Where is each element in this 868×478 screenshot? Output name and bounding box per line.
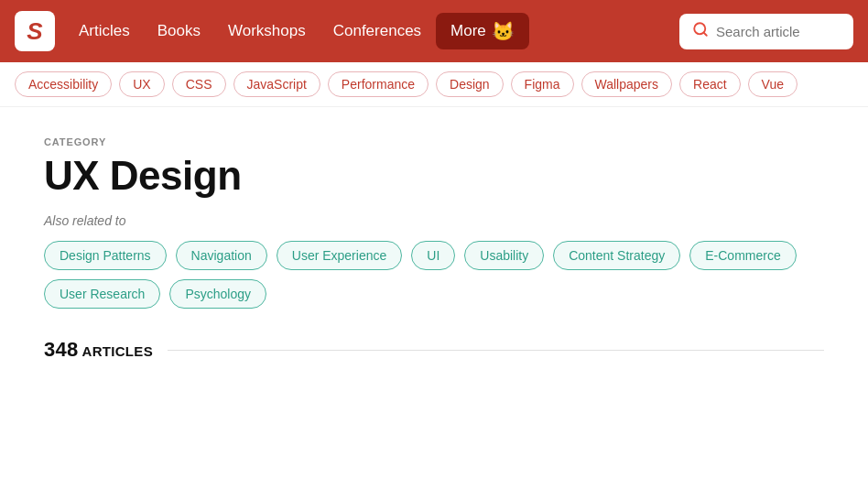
related-tag-user-research[interactable]: User Research xyxy=(44,279,160,309)
logo-letter: S xyxy=(27,19,42,43)
nav-articles[interactable]: Articles xyxy=(66,15,143,48)
site-logo[interactable]: S xyxy=(15,11,55,51)
also-related-label: Also related to xyxy=(44,213,824,228)
tag-performance[interactable]: Performance xyxy=(328,71,429,97)
tag-wallpapers[interactable]: Wallpapers xyxy=(581,71,673,97)
tag-css[interactable]: CSS xyxy=(172,71,226,97)
articles-count: 348 ARTICLES xyxy=(44,338,153,362)
related-tag-user-experience[interactable]: User Experience xyxy=(277,241,403,270)
articles-count-row: 348 ARTICLES xyxy=(44,338,824,362)
related-tag-content-strategy[interactable]: Content Strategy xyxy=(553,241,680,270)
nav-more-button[interactable]: More 🐱 xyxy=(436,13,529,49)
cat-icon: 🐱 xyxy=(492,20,515,42)
more-label: More xyxy=(450,22,486,40)
svg-line-1 xyxy=(703,32,706,35)
nav-conferences[interactable]: Conferences xyxy=(320,15,434,48)
related-tag-design-patterns[interactable]: Design Patterns xyxy=(44,241,167,270)
search-icon xyxy=(692,21,709,42)
tag-javascript[interactable]: JavaScript xyxy=(233,71,320,97)
header: S Articles Books Workshops Conferences M… xyxy=(0,0,868,62)
articles-word: ARTICLES xyxy=(82,343,153,359)
divider-line xyxy=(168,350,824,351)
main-nav: Articles Books Workshops Conferences Mor… xyxy=(66,13,529,49)
nav-workshops[interactable]: Workshops xyxy=(215,15,319,48)
search-box[interactable] xyxy=(679,14,853,49)
related-tag-usability[interactable]: Usability xyxy=(464,241,544,270)
page-title: UX Design xyxy=(44,153,824,199)
search-input[interactable] xyxy=(716,24,826,39)
related-tag-ecommerce[interactable]: E-Commerce xyxy=(689,241,796,270)
tag-accessibility[interactable]: Accessibility xyxy=(15,71,112,97)
tag-ux[interactable]: UX xyxy=(119,71,164,97)
related-tags-container: Design Patterns Navigation User Experien… xyxy=(44,241,824,309)
tag-react[interactable]: React xyxy=(679,71,741,97)
nav-books[interactable]: Books xyxy=(145,15,213,48)
category-label: CATEGORY xyxy=(44,136,824,147)
tag-figma[interactable]: Figma xyxy=(511,71,574,97)
tag-filter-bar: Accessibility UX CSS JavaScript Performa… xyxy=(0,62,868,107)
tag-vue[interactable]: Vue xyxy=(748,71,797,97)
tag-design[interactable]: Design xyxy=(436,71,504,97)
articles-number: 348 xyxy=(44,338,79,361)
related-tag-navigation[interactable]: Navigation xyxy=(176,241,267,270)
main-content: CATEGORY UX Design Also related to Desig… xyxy=(0,107,868,384)
related-tag-psychology[interactable]: Psychology xyxy=(169,279,266,309)
related-tag-ui[interactable]: UI xyxy=(411,241,455,270)
